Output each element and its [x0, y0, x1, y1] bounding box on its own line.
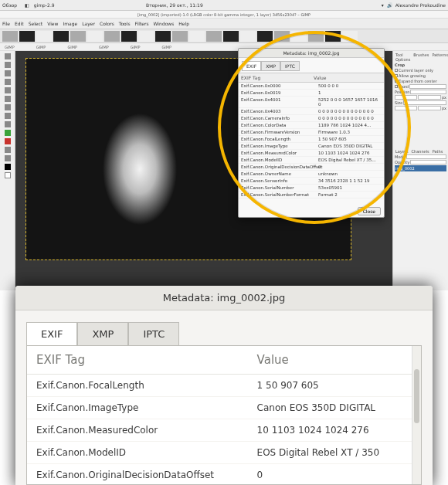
table-row[interactable]: Exif.Canon.FocalLength1 50 907 605 — [239, 136, 384, 143]
menu-filters[interactable]: Filters — [135, 21, 149, 26]
table-row[interactable]: Exif.Canon.0x0000500 0 0 0 — [239, 83, 384, 90]
tool-icon[interactable] — [5, 121, 11, 127]
field[interactable] — [403, 100, 446, 105]
table-row[interactable]: Exif.Canon.OriginalDecisionDataOffset0 — [239, 164, 384, 171]
panel-tab[interactable]: Patterns — [431, 53, 448, 62]
table-row[interactable]: Exif.Canon.FirmwareVersionFirmware 1.0.3 — [239, 129, 384, 136]
menu-file[interactable]: File — [2, 21, 10, 26]
table-row[interactable]: Exif.Canon.ModelIDEOS Digital Rebel XT /… — [27, 442, 421, 464]
metadata-dialog-small[interactable]: Metadata: img_0002.jpg EXIFXMPIPTC EXIF … — [238, 48, 385, 218]
sub-label: GIMP — [131, 45, 141, 49]
table-row[interactable]: Exif.Canon.ModelIDEOS Digital Rebel XT /… — [239, 157, 384, 164]
table-row[interactable]: Exif.Canon.CameraInfo0 0 0 0 0 0 0 0 0 0… — [239, 115, 384, 122]
gimp-app-title[interactable]: gimp-2.9 — [34, 2, 55, 8]
menu-help[interactable]: Help — [178, 21, 189, 26]
sound-icon[interactable]: 🔊 — [387, 2, 392, 8]
col-header-val[interactable]: Value — [248, 346, 421, 375]
tool-icon[interactable] — [5, 53, 11, 59]
table-row[interactable]: Exif.Canon.0x40015252 0 0 0 1657 1657 10… — [239, 97, 384, 108]
tab-iptc[interactable]: IPTC — [128, 322, 179, 346]
menu-view[interactable]: View — [47, 21, 58, 26]
table-row[interactable]: Exif.Canon.SerialNumberFormatFormat 2 — [239, 192, 384, 198]
dialog-titlebar[interactable]: Metadata: img_0002.jpg — [239, 49, 384, 58]
layer-item[interactable]: img_0002 — [395, 165, 446, 171]
bg-color-swatch[interactable] — [5, 172, 11, 178]
tool-icon[interactable] — [5, 79, 11, 85]
dialog-tabs[interactable]: EXIFXMPIPTC — [239, 58, 384, 71]
table-row[interactable]: Exif.Canon.SerialNumber53xx05901 — [239, 185, 384, 192]
table-row[interactable]: Exif.Canon.ImageTypeCanon EOS 350D DIGIT… — [27, 397, 421, 419]
field[interactable] — [410, 90, 446, 94]
checkbox[interactable] — [395, 74, 398, 77]
gimp-thumbnails[interactable] — [0, 29, 448, 43]
table-row[interactable]: Exif.Canon.SensorInfo34 3516 2328 1 1 52… — [239, 178, 384, 185]
tool-icon[interactable] — [5, 96, 11, 102]
table-row[interactable]: Exif.Canon.MeasuredColor10 1103 1024 102… — [27, 419, 421, 442]
menu-image[interactable]: Image — [63, 21, 77, 26]
table-row[interactable]: Exif.Canon.ImageTypeCanon EOS 350D DIGIT… — [239, 143, 384, 150]
metadata-dialog-large[interactable]: Metadata: img_0002.jpg EXIFXMPIPTC EXIF … — [15, 286, 433, 485]
tool-icon[interactable] — [5, 62, 11, 68]
table-row[interactable]: Exif.Canon.0x00191 — [239, 90, 384, 97]
field[interactable] — [418, 95, 440, 100]
tab-xmp[interactable]: XMP — [261, 61, 280, 71]
checkbox[interactable] — [395, 80, 398, 83]
tab-exif[interactable]: EXIF — [26, 322, 77, 346]
cell-val: 1 — [318, 90, 382, 95]
gimp-toolbox[interactable] — [0, 51, 15, 290]
menu-select[interactable]: Select — [29, 21, 43, 26]
field[interactable] — [395, 95, 417, 100]
clock[interactable]: Вторник, 29 окт., 11:19 — [146, 2, 203, 8]
panel-tab[interactable]: Tool Options — [395, 53, 411, 62]
fg-color-swatch[interactable] — [5, 164, 11, 170]
network-icon[interactable]: ▾ — [382, 2, 384, 8]
panel-tab[interactable]: Brushes — [412, 53, 429, 62]
table-row[interactable]: Exif.Canon.0x40030 0 0 0 0 0 0 0 0 0 0 0… — [239, 108, 384, 115]
tab-xmp[interactable]: XMP — [77, 322, 128, 346]
table-row[interactable]: Exif.Canon.OwnerNameunknown — [239, 171, 384, 178]
cell-val: Format 2 — [318, 192, 382, 197]
field[interactable] — [395, 106, 417, 110]
scrollbar[interactable] — [412, 346, 421, 484]
panel-tab[interactable]: Layers — [395, 149, 409, 154]
menu-colors[interactable]: Colors — [100, 21, 114, 26]
user-label[interactable]: Alexandre Prokoudine — [395, 2, 446, 8]
tool-icon[interactable] — [5, 87, 11, 93]
cell-val: 0 — [248, 464, 421, 486]
menu-edit[interactable]: Edit — [15, 21, 24, 26]
dialog-tabs[interactable]: EXIFXMPIPTC — [15, 310, 433, 345]
tool-icon[interactable] — [5, 130, 11, 136]
table-row[interactable]: Exif.Canon.ColorData1189 786 1024 1024 4… — [239, 122, 384, 129]
cell-tag: Exif.Canon.ColorData — [241, 123, 318, 127]
menu-tools[interactable]: Tools — [119, 21, 131, 26]
dialog-titlebar[interactable]: Metadata: img_0002.jpg — [15, 286, 433, 310]
field[interactable] — [410, 160, 446, 164]
close-button[interactable]: Close — [358, 207, 381, 215]
menu-layer[interactable]: Layer — [82, 21, 95, 26]
field[interactable] — [409, 84, 446, 89]
checkbox[interactable] — [395, 69, 398, 72]
table-row[interactable]: Exif.Canon.OriginalDecisionDataOffset0 — [27, 464, 421, 486]
tool-icon[interactable] — [5, 147, 11, 153]
tool-icon[interactable] — [5, 104, 11, 110]
gimp-right-panel[interactable]: Tool OptionsBrushesPatterns Crop Current… — [392, 51, 448, 290]
menu-windows[interactable]: Windows — [154, 21, 175, 26]
scrollbar-thumb[interactable] — [414, 369, 419, 423]
panel-tab[interactable]: Paths — [432, 149, 444, 154]
activities-label[interactable]: Обзор — [2, 2, 17, 8]
col-header-tag[interactable]: EXIF Tag — [27, 346, 248, 375]
table-row[interactable]: Exif.Canon.FocalLength1 50 907 605 — [27, 375, 421, 397]
field[interactable] — [418, 106, 440, 110]
tool-icon[interactable] — [5, 70, 11, 76]
table-row[interactable]: Exif.Canon.MeasuredColor10 1103 1024 102… — [239, 150, 384, 157]
tool-icon[interactable] — [5, 138, 11, 144]
tool-icon[interactable] — [5, 155, 11, 161]
cell-tag: Exif.Canon.SensorInfo — [241, 178, 318, 183]
tab-iptc[interactable]: IPTC — [280, 61, 300, 71]
panel-tab[interactable]: Channels — [411, 149, 430, 154]
checkbox[interactable] — [395, 85, 398, 88]
tab-exif[interactable]: EXIF — [242, 61, 261, 71]
tool-icon[interactable] — [5, 113, 11, 119]
gimp-menu[interactable]: FileEditSelectViewImageLayerColorsToolsF… — [0, 19, 448, 29]
field[interactable] — [406, 154, 446, 159]
